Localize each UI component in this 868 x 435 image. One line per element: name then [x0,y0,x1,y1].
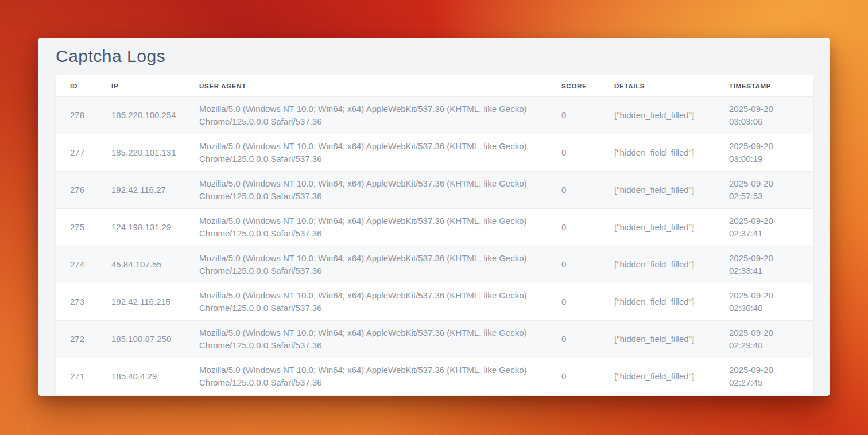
cell-user-agent: Mozilla/5.0 (Windows NT 10.0; Win64; x64… [199,289,561,314]
page-title: Captcha Logs [56,46,812,67]
cell-user-agent: Mozilla/5.0 (Windows NT 10.0; Win64; x64… [199,252,561,277]
column-header-user-agent: USER AGENT [199,83,561,90]
cell-timestamp: 2025-09-20 02:37:41 [729,215,802,240]
cell-details: ["hidden_field_filled"] [614,184,729,196]
table-body: 278 185.220.100.254 Mozilla/5.0 (Windows… [56,96,813,395]
cell-score: 0 [561,184,614,196]
column-header-details: DETAILS [614,83,729,90]
cell-score: 0 [561,333,614,345]
column-header-score: SCORE [561,83,614,90]
captcha-logs-card: Captcha Logs ID IP USER AGENT SCORE DETA… [38,38,830,396]
cell-id: 271 [70,370,111,383]
cell-ip: 192.42.116.27 [111,184,199,196]
cell-details: ["hidden_field_filled"] [614,146,729,159]
column-header-ip: IP [111,83,199,90]
cell-ip: 185.40.4.29 [111,370,199,383]
cell-score: 0 [561,109,614,122]
table-row: 277 185.220.101.131 Mozilla/5.0 (Windows… [56,134,813,171]
cell-timestamp: 2025-09-20 02:30:40 [729,289,802,314]
cell-id: 277 [70,146,111,159]
cell-ip: 124.198.131.29 [111,221,199,234]
cell-timestamp: 2025-09-20 02:27:45 [729,364,802,389]
cell-id: 274 [70,258,111,271]
column-header-timestamp: TIMESTAMP [729,83,802,90]
cell-score: 0 [561,370,614,383]
table-row: 272 185.100.87.250 Mozilla/5.0 (Windows … [56,320,813,358]
column-header-id: ID [70,83,111,90]
table-row: 274 45.84.107.55 Mozilla/5.0 (Windows NT… [56,246,813,283]
cell-timestamp: 2025-09-20 02:29:40 [729,327,802,352]
cell-id: 275 [70,221,111,234]
cell-user-agent: Mozilla/5.0 (Windows NT 10.0; Win64; x64… [199,327,561,352]
table-row: 273 192.42.116.215 Mozilla/5.0 (Windows … [56,283,813,320]
cell-user-agent: Mozilla/5.0 (Windows NT 10.0; Win64; x64… [199,177,561,203]
table-row: 271 185.40.4.29 Mozilla/5.0 (Windows NT … [56,358,813,395]
cell-details: ["hidden_field_filled"] [614,333,729,345]
cell-score: 0 [561,258,614,271]
cell-ip: 185.220.100.254 [111,109,199,122]
table-header-row: ID IP USER AGENT SCORE DETAILS TIMESTAMP [56,75,813,96]
cell-details: ["hidden_field_filled"] [614,296,729,308]
cell-ip: 45.84.107.55 [111,258,199,271]
cell-score: 0 [561,146,614,159]
cell-timestamp: 2025-09-20 02:33:41 [729,252,802,277]
cell-ip: 192.42.116.215 [111,296,199,308]
table-row: 275 124.198.131.29 Mozilla/5.0 (Windows … [56,208,813,246]
cell-user-agent: Mozilla/5.0 (Windows NT 10.0; Win64; x64… [199,103,561,128]
cell-user-agent: Mozilla/5.0 (Windows NT 10.0; Win64; x64… [199,215,561,240]
cell-details: ["hidden_field_filled"] [614,258,729,271]
cell-user-agent: Mozilla/5.0 (Windows NT 10.0; Win64; x64… [199,140,561,165]
cell-user-agent: Mozilla/5.0 (Windows NT 10.0; Win64; x64… [199,364,561,389]
cell-id: 272 [70,333,111,345]
cell-details: ["hidden_field_filled"] [614,370,729,383]
cell-score: 0 [561,221,614,234]
cell-id: 273 [70,296,111,308]
cell-timestamp: 2025-09-20 03:03:06 [729,103,802,128]
cell-id: 278 [70,109,111,122]
cell-ip: 185.100.87.250 [111,333,199,345]
captcha-logs-table: ID IP USER AGENT SCORE DETAILS TIMESTAMP… [56,75,813,395]
cell-timestamp: 2025-09-20 03:00:19 [729,140,802,165]
cell-id: 276 [70,184,111,196]
cell-ip: 185.220.101.131 [111,146,199,159]
cell-details: ["hidden_field_filled"] [614,221,729,234]
cell-score: 0 [561,296,614,308]
table-row: 278 185.220.100.254 Mozilla/5.0 (Windows… [56,96,813,134]
cell-details: ["hidden_field_filled"] [614,109,729,122]
cell-timestamp: 2025-09-20 02:57:53 [729,177,802,203]
table-row: 276 192.42.116.27 Mozilla/5.0 (Windows N… [56,171,813,208]
